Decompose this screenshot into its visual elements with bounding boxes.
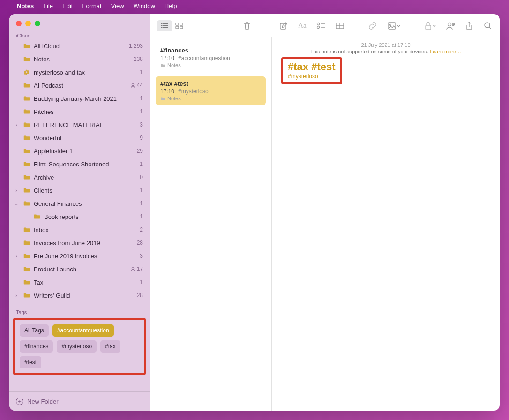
share-icon[interactable] — [464, 21, 474, 31]
sidebar-folder[interactable]: › Pre June 2019 invoices 3 — [9, 249, 150, 262]
sidebar-folder[interactable]: › REFERENCE MATERIAL 3 — [9, 118, 150, 131]
menubar: Notes File Edit Format View Window Help — [0, 0, 509, 11]
link-icon[interactable] — [367, 21, 378, 31]
disclosure-icon[interactable]: › — [13, 122, 20, 128]
media-menu-button[interactable] — [386, 21, 401, 31]
sidebar-folder[interactable]: Wonderful 9 — [9, 131, 150, 144]
table-icon[interactable] — [335, 21, 345, 31]
font-icon[interactable]: Aa — [297, 21, 307, 31]
search-icon[interactable] — [483, 21, 493, 31]
menu-app[interactable]: Notes — [17, 2, 34, 9]
compose-icon[interactable] — [278, 21, 289, 31]
folder-icon — [22, 265, 31, 273]
svg-rect-12 — [280, 23, 286, 29]
svg-rect-9 — [180, 23, 183, 25]
sidebar-folder[interactable]: Notes 238 — [9, 52, 150, 66]
note-item-meta: 17:10#mysterioso — [160, 88, 261, 95]
tag-pill[interactable]: All Tags — [20, 324, 49, 337]
folder-count: 1 — [140, 279, 143, 285]
folder-count: 1 — [140, 69, 143, 75]
collaborate-icon[interactable] — [445, 21, 456, 31]
folder-count: 1 — [140, 161, 143, 167]
menu-window[interactable]: Window — [134, 2, 155, 9]
learn-more-link[interactable]: Learn more… — [430, 49, 461, 54]
note-body-highlight-box: #tax #test #mysterioso — [281, 57, 342, 84]
tag-pill[interactable]: #finances — [20, 340, 53, 352]
minimize-icon[interactable] — [25, 21, 31, 26]
menu-file[interactable]: File — [43, 2, 53, 9]
folder-name: mysterioso and tax — [34, 69, 140, 76]
svg-point-13 — [317, 22, 320, 25]
svg-point-1 — [132, 267, 134, 269]
menu-help[interactable]: Help — [165, 2, 177, 9]
note-list-item[interactable]: #finances 17:10#accountantquestion Notes — [156, 43, 266, 72]
sidebar-folder[interactable]: AI Podcast 44 — [9, 79, 150, 92]
folder-icon — [33, 212, 41, 221]
folder-count: 44 — [130, 82, 143, 89]
folder-icon — [22, 225, 31, 234]
disclosure-icon[interactable]: › — [13, 293, 20, 298]
menu-view[interactable]: View — [111, 2, 124, 9]
folder-name: Wonderful — [34, 135, 140, 142]
folder-icon — [22, 147, 31, 155]
sidebar-folder[interactable]: Inbox 2 — [9, 223, 150, 236]
zoom-icon[interactable] — [35, 21, 40, 26]
gallery-view-button[interactable] — [174, 21, 185, 31]
sidebar-folder[interactable]: ⌄ General Finances 1 — [9, 197, 150, 210]
folder-count: 1 — [140, 108, 143, 115]
content-area: #finances 17:10#accountantquestion Notes… — [150, 38, 500, 411]
sidebar-folder[interactable]: Buddying January-March 2021 1 — [9, 92, 150, 105]
note-item-folder: Notes — [160, 62, 261, 68]
folder-name: All iCloud — [34, 43, 129, 50]
note-list-item[interactable]: #tax #test 17:10#mysterioso Notes — [156, 76, 266, 105]
tag-pill[interactable]: #accountantquestion — [52, 324, 114, 337]
folder-icon — [22, 186, 31, 195]
folder-name: Writers' Guild — [34, 292, 137, 299]
close-icon[interactable] — [16, 21, 22, 26]
folder-count: 1,293 — [129, 43, 143, 49]
sidebar-folder[interactable]: Product Launch 17 — [9, 262, 150, 276]
folder-name: Pre June 2019 invoices — [34, 253, 140, 260]
svg-point-6 — [161, 25, 162, 26]
new-folder-button[interactable]: ＋ New Folder — [9, 391, 150, 411]
new-folder-label: New Folder — [27, 398, 58, 405]
sidebar-folder[interactable]: Tax 1 — [9, 276, 150, 289]
tag-pill[interactable]: #test — [20, 356, 41, 368]
lock-menu-button[interactable] — [424, 21, 437, 31]
note-editor[interactable]: 21 July 2021 at 17:10 This note is not s… — [272, 38, 500, 411]
tags-highlight-box: All Tags#accountantquestion#finances#mys… — [13, 318, 146, 375]
list-view-button[interactable] — [157, 20, 172, 31]
note-warning: This note is not supported on some of yo… — [281, 49, 490, 54]
folder-icon — [22, 278, 31, 286]
sidebar-folder[interactable]: AppleInsider 1 29 — [9, 144, 150, 158]
folder-icon — [22, 55, 31, 63]
svg-point-15 — [317, 26, 320, 28]
disclosure-icon[interactable]: ⌄ — [13, 201, 20, 206]
folder-icon — [22, 42, 31, 50]
sidebar-folder[interactable]: Film: Sequences Shortened 1 — [9, 158, 150, 171]
sidebar-folder[interactable]: › Clients 1 — [9, 184, 150, 197]
svg-point-27 — [485, 22, 490, 28]
notes-window: iCloud All iCloud 1,293 Notes 238 myster… — [9, 14, 500, 411]
checklist-icon[interactable] — [316, 21, 326, 31]
disclosure-icon[interactable]: › — [13, 188, 20, 193]
folder-count: 3 — [140, 121, 143, 128]
folder-count: 238 — [134, 56, 143, 62]
sidebar-folder[interactable]: Invoices from June 2019 28 — [9, 236, 150, 249]
sidebar-section-label: iCloud — [9, 30, 150, 39]
sidebar-folder[interactable]: All iCloud 1,293 — [9, 39, 150, 52]
menu-format[interactable]: Format — [82, 2, 101, 9]
menu-edit[interactable]: Edit — [62, 2, 73, 9]
tag-pill[interactable]: #mysterioso — [57, 340, 97, 352]
sidebar-folder[interactable]: Book reports 1 — [9, 210, 150, 223]
sidebar-folder[interactable]: Archive 0 — [9, 171, 150, 184]
folder-count: 3 — [140, 253, 143, 259]
sidebar-folder[interactable]: Pitches 1 — [9, 105, 150, 118]
sidebar-folder[interactable]: › Writers' Guild 28 — [9, 289, 150, 302]
svg-rect-11 — [180, 26, 183, 29]
sidebar-folder[interactable]: mysterioso and tax 1 — [9, 66, 150, 79]
trash-icon[interactable] — [242, 21, 252, 31]
svg-line-28 — [489, 27, 491, 29]
disclosure-icon[interactable]: › — [13, 254, 20, 259]
tag-pill[interactable]: #tax — [100, 340, 120, 352]
